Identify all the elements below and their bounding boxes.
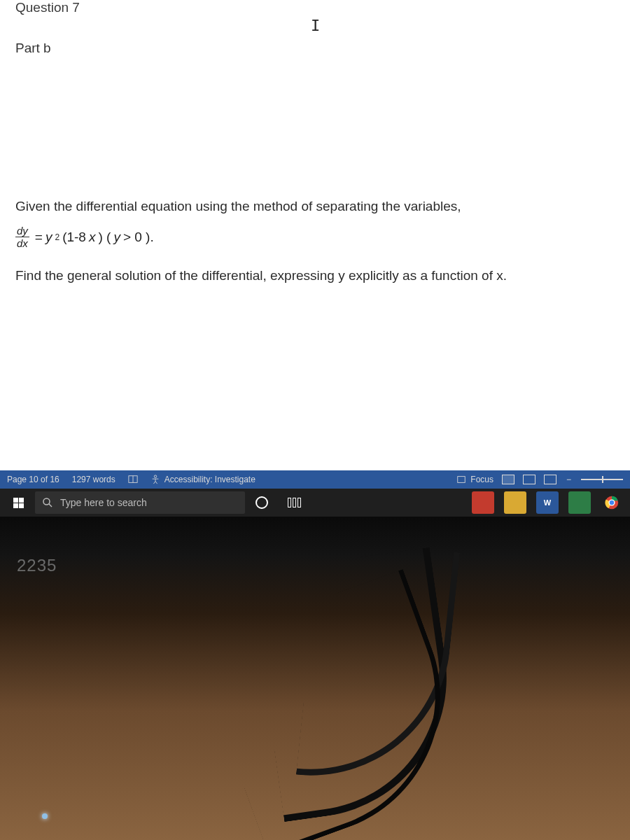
taskbar-app-2[interactable]: [500, 489, 531, 517]
focus-mode-button[interactable]: Focus: [456, 475, 493, 484]
eq-close-open: ) (: [98, 230, 111, 245]
status-page[interactable]: Page 10 of 16: [7, 475, 59, 484]
cortana-button[interactable]: [246, 489, 277, 517]
status-accessibility-label: Accessibility: Investigate: [164, 475, 255, 484]
svg-point-4: [43, 498, 50, 505]
status-page-label: Page 10 of 16: [7, 475, 59, 484]
eq-y2: y: [113, 230, 120, 245]
view-read-mode[interactable]: [502, 475, 514, 484]
book-icon: [128, 475, 138, 484]
eq-x: x: [89, 230, 96, 245]
windows-taskbar: Type here to search W: [0, 489, 630, 517]
svg-point-8: [610, 500, 614, 505]
taskbar-app-chrome[interactable]: [596, 489, 627, 517]
svg-rect-3: [458, 477, 465, 483]
zoom-thumb[interactable]: [602, 476, 603, 483]
accessibility-icon: [150, 475, 160, 484]
status-words-label: 1297 words: [72, 475, 115, 484]
word-icon: W: [536, 491, 559, 514]
eq-equals: =: [35, 230, 43, 245]
taskbar-app-1[interactable]: [468, 489, 498, 517]
app-icon-2: [504, 491, 526, 514]
eq-y: y: [46, 230, 52, 245]
svg-point-2: [154, 475, 157, 478]
part-label: Part b: [15, 41, 615, 56]
search-placeholder: Type here to search: [60, 497, 147, 508]
view-web-layout[interactable]: [544, 475, 556, 484]
status-word-count[interactable]: 1297 words: [72, 475, 115, 484]
zoom-slider[interactable]: [581, 479, 623, 480]
app-icon-4: [568, 491, 591, 514]
status-spellcheck[interactable]: [128, 475, 138, 484]
monitor-model-label: 2235: [17, 556, 57, 575]
taskbar-search[interactable]: Type here to search: [35, 491, 245, 514]
chrome-icon: [604, 495, 620, 510]
windows-logo-icon: [13, 498, 24, 508]
task-view-button[interactable]: [279, 489, 309, 517]
instruction-text: Find the general solution of the differe…: [15, 268, 615, 284]
document-page: Question 7 I Part b Given the differenti…: [0, 0, 630, 470]
focus-label: Focus: [470, 475, 493, 484]
taskbar-app-4[interactable]: [564, 489, 595, 517]
search-icon: [42, 497, 53, 508]
fraction-numerator: dy: [15, 225, 29, 237]
eq-exponent: 2: [55, 232, 59, 242]
fraction-dy-dx: dy dx: [15, 225, 29, 248]
app-icon-1: [472, 491, 494, 514]
word-status-bar: Page 10 of 16 1297 words Accessibility: …: [0, 470, 630, 489]
cortana-icon: [255, 496, 268, 509]
text-cursor: I: [311, 17, 320, 34]
start-button[interactable]: [3, 489, 34, 517]
task-view-icon: [288, 498, 301, 507]
zoom-minus[interactable]: −: [565, 475, 573, 484]
monitor-bezel: 2235: [0, 517, 630, 840]
focus-icon: [456, 475, 466, 484]
status-accessibility[interactable]: Accessibility: Investigate: [150, 475, 255, 484]
equation-line: dy dx = y2 (1-8x) (y > 0 ).: [15, 225, 615, 248]
fraction-denominator: dx: [17, 237, 28, 248]
led-indicator: [42, 813, 48, 819]
view-print-layout[interactable]: [523, 475, 536, 484]
eq-condition: > 0 ).: [123, 230, 154, 245]
intro-text: Given the differential equation using th…: [15, 196, 615, 217]
taskbar-app-word[interactable]: W: [532, 489, 563, 517]
eq-open-paren: (1-8: [62, 230, 86, 245]
question-header: Question 7: [15, 0, 615, 15]
svg-line-5: [49, 504, 52, 507]
screen-area: Question 7 I Part b Given the differenti…: [0, 0, 630, 517]
